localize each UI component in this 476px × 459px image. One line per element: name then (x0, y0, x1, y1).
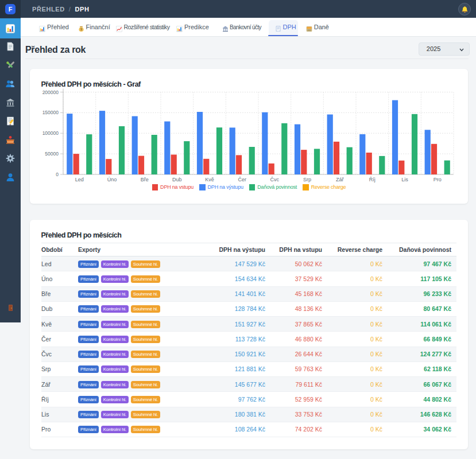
svg-text:Kvě: Kvě (205, 177, 214, 182)
svg-text:Čvc: Čvc (270, 177, 280, 182)
svg-text:Zář: Zář (336, 177, 345, 182)
svg-text:Říj: Říj (369, 177, 376, 182)
svg-text:Dub: Dub (172, 177, 182, 182)
svg-text:Čer: Čer (238, 177, 246, 182)
svg-text:50000: 50000 (45, 151, 59, 157)
svg-text:Srp: Srp (303, 177, 311, 182)
svg-text:Lis: Lis (401, 177, 408, 182)
svg-text:Led: Led (75, 177, 84, 182)
svg-text:Bře: Bře (141, 177, 149, 182)
svg-text:Úno: Úno (107, 177, 117, 182)
svg-text:0: 0 (56, 172, 59, 177)
svg-text:Pro: Pro (434, 177, 442, 182)
svg-text:$: $ (80, 28, 82, 31)
svg-text:150000: 150000 (42, 110, 59, 115)
svg-text:200000: 200000 (42, 90, 59, 95)
svg-text:100000: 100000 (42, 130, 59, 136)
